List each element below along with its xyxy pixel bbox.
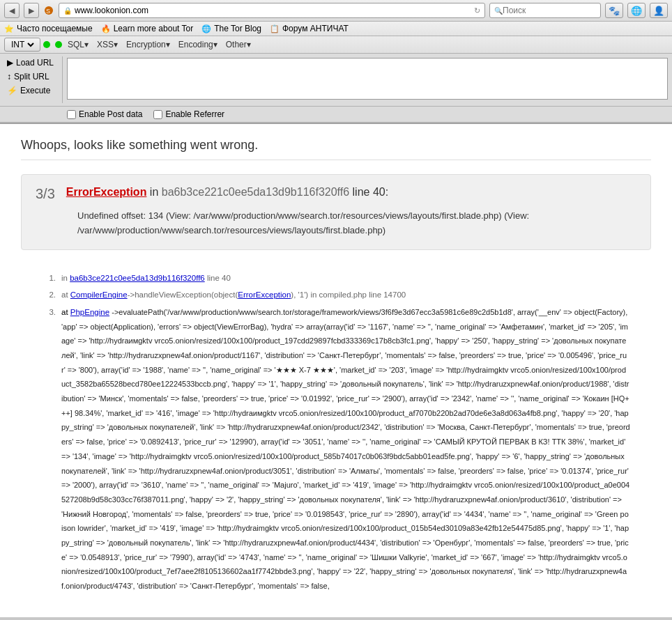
error-title: ErrorException in ba6b3ce221c0ee5da13d9b…	[66, 186, 388, 199]
tools-bar: INT SQL▾ XSS▾ Encryption▾ Encoding▾ Othe…	[0, 36, 672, 54]
line-label: line 40:	[353, 186, 389, 198]
error-title-area: ErrorException in ba6b3ce221c0ee5da13d9b…	[66, 186, 388, 199]
browser-chrome: ◀ ▶ S 🔒 ↻ 🔍 🐾 🌐 👤 ⭐ Часто посещаемые 🔥 L…	[0, 0, 672, 124]
stack-content-3: at PhpEngine ->evaluatePath('/var/www/pr…	[61, 305, 630, 594]
url-textarea-area	[63, 56, 672, 103]
load-url-icon: ▶	[7, 58, 13, 68]
url-sidebar: ▶ Load URL ↕ Split URL ⚡ Execute	[0, 56, 63, 103]
stack-item-2: 2. at CompilerEngine->handleViewExceptio…	[42, 288, 630, 302]
star-icon: ⭐	[4, 24, 14, 33]
url-input[interactable]	[75, 6, 471, 15]
execute-button[interactable]: ⚡ Execute	[4, 84, 58, 97]
back-button[interactable]: ◀	[4, 3, 20, 18]
error-description: Undefined offset: 134 (View: /var/www/pr…	[77, 209, 636, 238]
site-favicon: S	[43, 5, 54, 16]
load-url-button[interactable]: ▶ Load URL	[4, 56, 58, 69]
status-dot-2	[55, 41, 62, 48]
refresh-icon[interactable]: ↻	[474, 6, 480, 15]
forum-icon: 📋	[270, 24, 280, 33]
load-url-label: Load URL	[16, 58, 54, 68]
bookmark-tor-blog[interactable]: 🌐 The Tor Blog	[201, 24, 261, 33]
error-exception-link[interactable]: ErrorException	[238, 290, 291, 299]
url-textarea[interactable]	[67, 58, 668, 100]
stack-num-1: 1.	[42, 271, 56, 286]
compiler-engine-link[interactable]: CompilerEngine	[70, 290, 128, 299]
status-dot-1	[43, 41, 50, 48]
stack-content-1: in ba6b3ce221c0ee5da13d9b116f320ff6 line…	[61, 271, 630, 286]
stack-hash-1[interactable]: ba6b3ce221c0ee5da13d9b116f320ff6	[70, 274, 205, 282]
lock-icon: 🔒	[63, 7, 72, 15]
search-bar[interactable]: 🔍	[489, 3, 601, 18]
stack-trace: 1. in ba6b3ce221c0ee5da13d9b116f320ff6 l…	[21, 264, 651, 603]
error-hash: ba6b3ce221c0ee5da13d9b116f320ff6	[162, 186, 349, 198]
bookmarks-bar: ⭐ Часто посещаемые 🔥 Learn more about To…	[0, 22, 672, 36]
int-dropdown[interactable]: INT	[4, 38, 40, 52]
svg-text:S: S	[46, 8, 50, 15]
checkbox-row: Enable Post data Enable Referrer	[0, 107, 672, 123]
page-content: Whoops, looks like something went wrong.…	[0, 124, 672, 617]
toolbar-btn-1[interactable]: 🐾	[605, 3, 623, 18]
php-engine-link[interactable]: PhpEngine	[70, 308, 109, 316]
forward-button[interactable]: ▶	[24, 3, 39, 18]
stack-num-3: 3.	[42, 305, 56, 594]
bookmark-frequent-label: Часто посещаемые	[17, 24, 93, 33]
stack-content-2: at CompilerEngine->handleViewException(o…	[61, 288, 630, 302]
toolbar-btn-2[interactable]: 🌐	[627, 3, 646, 18]
enable-referrer-label[interactable]: Enable Referrer	[153, 109, 224, 119]
xss-menu[interactable]: XSS▾	[94, 39, 121, 50]
split-url-label: Split URL	[14, 72, 49, 82]
encoding-menu[interactable]: Encoding▾	[176, 39, 220, 50]
execute-label: Execute	[20, 86, 50, 95]
stack-item-1: 1. in ba6b3ce221c0ee5da13d9b116f320ff6 l…	[42, 271, 630, 286]
bookmark-tor-label: Learn more about Tor	[114, 24, 194, 33]
error-heading: Whoops, looks like something went wrong.	[21, 138, 651, 160]
toolbar-btn-3[interactable]: 👤	[650, 3, 668, 18]
enable-post-label[interactable]: Enable Post data	[67, 109, 142, 119]
error-box-header: 3/3 ErrorException in ba6b3ce221c0ee5da1…	[36, 186, 636, 202]
stack-item-3: 3. at PhpEngine ->evaluatePath('/var/www…	[42, 305, 630, 594]
bookmark-antichat-label: Форум АНТИЧАТ	[282, 24, 349, 33]
url-input-section: ▶ Load URL ↕ Split URL ⚡ Execute	[0, 54, 672, 107]
other-menu[interactable]: Other▾	[223, 39, 254, 50]
split-url-button[interactable]: ↕ Split URL	[4, 70, 58, 83]
sql-menu[interactable]: SQL▾	[65, 39, 91, 50]
stack-num-2: 2.	[42, 288, 56, 302]
bookmark-frequent[interactable]: ⭐ Часто посещаемые	[4, 24, 93, 33]
bookmark-tor[interactable]: 🔥 Learn more about Tor	[101, 24, 194, 33]
array-dump: ->evaluatePath('/var/www/production/www/…	[61, 308, 630, 590]
error-counter: 3/3	[36, 186, 55, 202]
enable-referrer-checkbox[interactable]	[153, 110, 162, 119]
nav-toolbar: ◀ ▶ S 🔒 ↻ 🔍 🐾 🌐 👤	[0, 0, 672, 22]
favicon-area: S	[43, 5, 54, 16]
split-url-icon: ↕	[7, 72, 11, 82]
bookmark-antichat[interactable]: 📋 Форум АНТИЧАТ	[270, 24, 349, 33]
error-box: 3/3 ErrorException in ba6b3ce221c0ee5da1…	[21, 174, 651, 250]
encryption-menu[interactable]: Encryption▾	[123, 39, 173, 50]
search-icon: 🔍	[494, 7, 503, 15]
address-bar[interactable]: 🔒 ↻	[59, 3, 485, 18]
bookmark-tor-blog-label: The Tor Blog	[214, 24, 261, 33]
int-select[interactable]: INT	[8, 39, 36, 50]
exception-name: ErrorException	[66, 186, 147, 198]
enable-post-checkbox[interactable]	[67, 110, 76, 119]
execute-icon: ⚡	[7, 86, 17, 95]
globe-icon: 🌐	[201, 24, 211, 33]
in-label: in	[150, 186, 158, 198]
search-input[interactable]	[503, 6, 607, 15]
fire-icon: 🔥	[101, 24, 111, 33]
